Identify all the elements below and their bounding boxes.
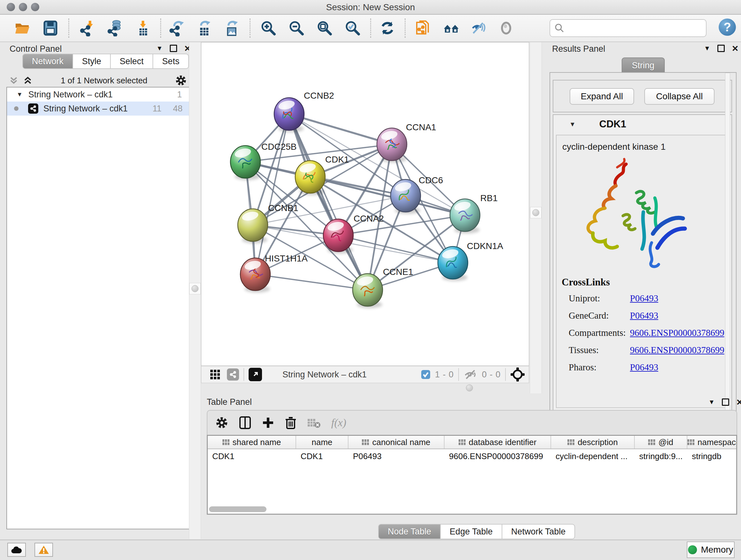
export-table-icon[interactable] <box>195 19 213 37</box>
hide-panels-icon[interactable] <box>469 19 487 37</box>
right-splitter[interactable] <box>530 42 542 393</box>
crosslink-label: Pharos: <box>569 362 630 373</box>
table-cell[interactable]: 9606.ENSP00000378699 <box>445 451 551 461</box>
column-header-namespace[interactable]: namespace <box>687 436 736 449</box>
network-view-dot-icon <box>14 106 18 111</box>
open-view-icon[interactable] <box>249 368 262 381</box>
zoom-in-icon[interactable] <box>259 19 277 37</box>
export-network-icon[interactable] <box>168 19 186 37</box>
tab-select[interactable]: Select <box>110 54 153 69</box>
table-cell[interactable]: cyclin-dependent ... <box>551 451 635 461</box>
help-icon[interactable]: ? <box>719 18 736 36</box>
memory-button[interactable]: Memory <box>687 542 735 558</box>
network-canvas[interactable]: CCNB2CCNA1CDC25BCDK1CDC6RB1CCNB1CCNA2CDK… <box>201 42 529 366</box>
entry-collapse-icon[interactable]: ▼ <box>569 121 576 128</box>
expand-all-icon[interactable] <box>22 76 33 85</box>
table-cell[interactable]: stringdb <box>687 451 736 461</box>
crosslink-link[interactable]: P06493 <box>630 310 658 321</box>
panel-float-icon[interactable] <box>722 398 729 406</box>
panel-menu-icon[interactable]: ▼ <box>704 45 711 52</box>
tab-node-table[interactable]: Node Table <box>378 524 441 539</box>
splitter-handle[interactable] <box>466 384 473 391</box>
save-session-icon[interactable] <box>42 19 59 37</box>
crosslink-link[interactable]: P06493 <box>630 362 658 373</box>
add-column-icon[interactable] <box>262 416 274 429</box>
tab-style[interactable]: Style <box>72 54 111 69</box>
table-cell[interactable]: P06493 <box>348 451 445 461</box>
collapse-all-button[interactable]: Collapse All <box>644 88 715 105</box>
import-network-database-icon[interactable] <box>106 19 124 37</box>
column-header-@id[interactable]: @id <box>635 436 687 449</box>
search-input[interactable] <box>567 21 706 35</box>
crosslink-link[interactable]: 9606.ENSP00000378699 <box>630 327 724 338</box>
collapse-all-icon[interactable] <box>8 76 19 85</box>
tab-sets[interactable]: Sets <box>152 54 189 69</box>
zoom-fit-icon[interactable] <box>315 19 333 37</box>
tree-expand-icon[interactable]: ▼ <box>17 91 23 98</box>
panel-menu-icon[interactable]: ▼ <box>709 398 715 406</box>
show-panels-icon[interactable] <box>497 19 515 37</box>
selected-checkbox-icon[interactable] <box>421 370 430 379</box>
column-namespace-icon <box>648 439 655 445</box>
crosslink-row: Compartments:9606.ENSP00000378699 <box>569 327 722 338</box>
network-row-selected[interactable]: String Network – cdk1 11 48 <box>7 102 189 116</box>
network-view-title: String Network – cdk1 <box>282 370 367 380</box>
column-header-canonical-name[interactable]: canonical name <box>348 436 445 449</box>
column-header-shared-name[interactable]: shared name <box>208 436 296 449</box>
splitter-handle[interactable] <box>192 285 199 292</box>
column-header-name[interactable]: name <box>296 436 348 449</box>
table-row[interactable]: CDK1CDK1P064939606.ENSP00000378699cyclin… <box>208 449 736 463</box>
column-header-database-identifier[interactable]: database identifier <box>445 436 551 449</box>
import-network-file-icon[interactable] <box>78 19 96 37</box>
network-edge[interactable] <box>255 114 289 274</box>
tab-edge-table[interactable]: Edge Table <box>440 524 502 539</box>
left-splitter[interactable] <box>189 42 201 539</box>
tab-string[interactable]: String <box>622 57 665 73</box>
tab-network-table[interactable]: Network Table <box>502 524 576 539</box>
expand-all-button[interactable]: Expand All <box>569 88 634 105</box>
warning-icon <box>38 545 49 555</box>
share-document-icon[interactable] <box>414 19 431 37</box>
gear-icon[interactable] <box>175 74 187 86</box>
cloud-button[interactable] <box>7 543 26 557</box>
network-edge[interactable] <box>255 274 367 290</box>
results-scrollbar[interactable] <box>725 73 730 430</box>
table-hscrollbar-thumb[interactable] <box>209 506 266 512</box>
results-panel: Results Panel ▼ ✕ String Expand All Coll… <box>544 42 741 393</box>
import-table-file-icon[interactable] <box>134 19 152 37</box>
column-header-description[interactable]: description <box>551 436 635 449</box>
show-columns-icon[interactable] <box>239 416 252 430</box>
panel-float-icon[interactable] <box>718 45 725 52</box>
network-icon-disabled[interactable] <box>227 368 239 381</box>
home-icon[interactable] <box>442 19 460 37</box>
zoom-out-icon[interactable] <box>287 19 305 37</box>
table-gear-icon[interactable] <box>215 416 228 429</box>
warning-button[interactable] <box>35 543 53 557</box>
panel-float-icon[interactable] <box>170 45 177 52</box>
birdseye-icon[interactable] <box>510 367 525 382</box>
network-edge[interactable] <box>289 114 367 290</box>
grid-view-icon[interactable] <box>210 369 220 380</box>
panel-close-icon[interactable]: ✕ <box>736 399 741 406</box>
refresh-icon[interactable] <box>379 19 396 37</box>
crosslink-link[interactable]: 9606.ENSP00000378699 <box>630 345 724 355</box>
node-entry-header[interactable]: ▼ CDK1 <box>553 115 731 133</box>
splitter-handle[interactable] <box>532 209 539 216</box>
network-edge[interactable] <box>289 114 392 144</box>
zoom-selected-icon[interactable] <box>343 19 361 37</box>
horizontal-splitter[interactable] <box>466 384 473 391</box>
open-session-icon[interactable] <box>13 19 31 37</box>
panel-close-icon[interactable]: ✕ <box>732 45 739 52</box>
export-image-icon[interactable] <box>223 19 241 37</box>
table-cell[interactable]: stringdb:9... <box>635 451 687 461</box>
network-collection-row[interactable]: ▼ String Network – cdk1 1 <box>7 87 189 102</box>
panel-menu-icon[interactable]: ▼ <box>156 45 163 52</box>
function-builder-icon-disabled: f(x) <box>331 417 346 429</box>
table-cell[interactable]: CDK1 <box>296 451 348 461</box>
main-toolbar: ? <box>0 15 741 42</box>
delete-column-icon[interactable] <box>285 416 297 430</box>
crosslink-link[interactable]: P06493 <box>630 293 658 304</box>
tab-network[interactable]: Network <box>22 54 73 69</box>
cloud-icon <box>11 546 22 554</box>
table-cell[interactable]: CDK1 <box>208 451 296 461</box>
